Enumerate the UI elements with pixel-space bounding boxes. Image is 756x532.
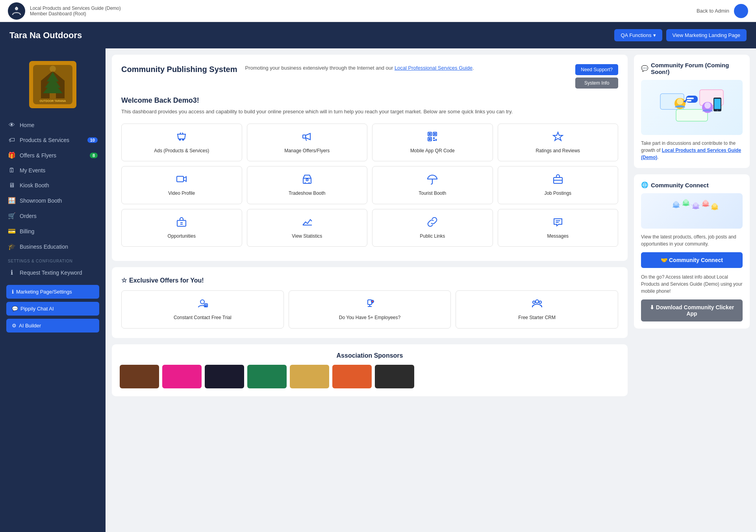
page-title: Tara Na Outdoors <box>9 30 82 41</box>
ai-builder-button[interactable]: ⚙ AI Builder <box>6 319 99 332</box>
page-header: Tara Na Outdoors QA Functions ▾ View Mar… <box>0 22 756 48</box>
qr-label: Mobile App QR Code <box>410 148 455 154</box>
megaphone-icon <box>302 131 313 145</box>
quick-item-tradeshow[interactable]: Tradeshow Booth <box>247 166 368 204</box>
quick-item-messages[interactable]: Messages <box>498 209 619 247</box>
sidebar-item-events[interactable]: 🗓 My Events <box>0 163 106 178</box>
sidebar-item-orders[interactable]: 🛒 Orders <box>0 208 106 224</box>
tourist-label: Tourist Booth <box>419 190 446 197</box>
sidebar-label-events: My Events <box>20 167 45 174</box>
basket-icon <box>176 131 187 145</box>
offer-crm[interactable]: Free Starter CRM <box>456 290 618 329</box>
view-marketing-button[interactable]: View Marketing Landing Page <box>666 29 747 41</box>
svg-line-77 <box>709 205 712 206</box>
qa-functions-button[interactable]: QA Functions ▾ <box>614 29 662 41</box>
welcome-body: This dashboard provides you access and c… <box>121 108 618 116</box>
briefcase-icon <box>552 174 563 187</box>
sidebar-item-showroom[interactable]: 🪟 Showroom Booth <box>0 193 106 208</box>
community-illustration <box>641 193 743 229</box>
quick-item-stats[interactable]: View Statistics <box>247 209 368 247</box>
forum-icon: 💬 <box>641 65 649 72</box>
back-admin-link[interactable]: Back to Admin <box>697 8 729 14</box>
cart-icon: 🛒 <box>8 212 16 220</box>
pippily-chat-button[interactable]: 💬 Pippily Chat AI <box>6 302 99 316</box>
sponsor-4[interactable] <box>247 365 287 388</box>
svg-point-71 <box>704 200 708 204</box>
svg-marker-21 <box>553 132 563 140</box>
svg-line-74 <box>679 204 683 205</box>
sidebar-label-products: Products & Services <box>20 137 69 143</box>
gift-icon: 🎁 <box>8 151 16 159</box>
services-guide-link[interactable]: Local Professional Services Guide <box>395 65 472 71</box>
jobs-label: Job Postings <box>544 190 571 197</box>
messages-label: Messages <box>547 233 569 240</box>
connect-title: 🌐 Community Connect <box>641 181 743 188</box>
sidebar-label-offers: Offers & Flyers <box>20 152 56 159</box>
svg-rect-17 <box>429 138 431 140</box>
svg-point-9 <box>180 139 181 140</box>
sidebar-item-education[interactable]: 🎓 Business Education <box>0 239 106 254</box>
sidebar-item-products[interactable]: 🏷 Products & Services 10 <box>0 133 106 148</box>
star-icon <box>552 131 563 145</box>
quick-item-links[interactable]: Public Links <box>372 209 493 247</box>
svg-point-48 <box>533 301 535 303</box>
sponsor-1[interactable] <box>120 365 159 388</box>
svg-rect-59 <box>687 98 694 99</box>
offer-employees[interactable]: Do You Have 5+ Employees? <box>289 290 451 329</box>
quick-item-tourist[interactable]: Tourist Booth <box>372 166 493 204</box>
qr-icon <box>427 131 438 145</box>
exclusive-title: ☆ Exclusive Offers for You! <box>121 277 618 284</box>
sponsor-6[interactable] <box>332 365 372 388</box>
quick-item-ads[interactable]: Ads (Products & Services) <box>121 124 242 162</box>
topbar-title1: Local Products and Services Guide (Demo) <box>30 6 697 11</box>
sidebar-logo-area: OUTDOOR TARANA <box>0 55 106 115</box>
quick-item-qr[interactable]: Mobile App QR Code <box>372 124 493 162</box>
sponsor-7[interactable] <box>375 365 414 388</box>
quick-item-jobs[interactable]: Job Postings <box>498 166 619 204</box>
crm-icon <box>532 298 543 312</box>
quick-item-offers[interactable]: Manage Offers/Flyers <box>247 124 368 162</box>
sponsor-3[interactable] <box>205 365 244 388</box>
page-header-actions: QA Functions ▾ View Marketing Landing Pa… <box>614 29 747 41</box>
topbar-logo <box>8 2 25 20</box>
main-layout: OUTDOOR TARANA 👁 Home 🏷 Products & Servi… <box>0 48 756 532</box>
marketing-icon: ℹ <box>12 289 14 295</box>
offers-grid: Constant Contact Free Trial Do You Have … <box>121 290 618 329</box>
monitor-icon: 🖥 <box>8 182 16 189</box>
sidebar-item-kiosk[interactable]: 🖥 Kiosk Booth <box>0 178 106 193</box>
need-support-button[interactable]: Need Support? <box>575 64 618 75</box>
chat-icon: 💬 <box>12 306 18 312</box>
svg-rect-18 <box>433 137 435 139</box>
offer-constant-contact[interactable]: Constant Contact Free Trial <box>121 290 284 329</box>
quick-item-opportunities[interactable]: Opportunities <box>121 209 242 247</box>
sidebar-item-billing[interactable]: 💳 Billing <box>0 224 106 239</box>
community-connect-button[interactable]: 🤝 Community Connect <box>641 252 743 268</box>
opportunities-icon <box>176 216 187 230</box>
links-label: Public Links <box>420 233 445 240</box>
sponsor-5[interactable] <box>290 365 329 388</box>
tradeshow-label: Tradeshow Booth <box>289 190 326 197</box>
company-logo: OUTDOOR TARANA <box>29 61 76 108</box>
sponsors-row <box>120 365 620 388</box>
svg-point-73 <box>713 203 717 207</box>
chart-icon <box>302 216 313 230</box>
sidebar-item-offers[interactable]: 🎁 Offers & Flyers 8 <box>0 148 106 163</box>
download-app-button[interactable]: ⬇ Download Community Clicker App <box>641 299 743 321</box>
quick-item-ratings[interactable]: Ratings and Reviews <box>498 124 619 162</box>
content-area: Community Publishing System Promoting yo… <box>106 48 634 532</box>
video-label: Video Profile <box>168 190 195 197</box>
sidebar-item-home[interactable]: 👁 Home <box>0 118 106 133</box>
sponsor-2[interactable] <box>162 365 202 388</box>
marketing-page-button[interactable]: ℹ Marketing Page/Settings <box>6 285 99 299</box>
avatar[interactable] <box>734 4 748 18</box>
offers-badge: 8 <box>90 153 98 158</box>
forum-description: Take part in discussions and contribute … <box>641 140 743 161</box>
svg-point-69 <box>694 202 698 206</box>
tag-icon: 🏷 <box>8 137 16 144</box>
topbar-title2: Member Dashboard (Root) <box>30 11 697 17</box>
sidebar-item-texting[interactable]: ℹ Request Texting Keyword <box>0 265 106 280</box>
globe-icon: 🌐 <box>641 181 649 188</box>
quick-item-video[interactable]: Video Profile <box>121 166 242 204</box>
svg-point-67 <box>684 199 688 203</box>
system-info-button[interactable]: System Info <box>575 78 618 89</box>
